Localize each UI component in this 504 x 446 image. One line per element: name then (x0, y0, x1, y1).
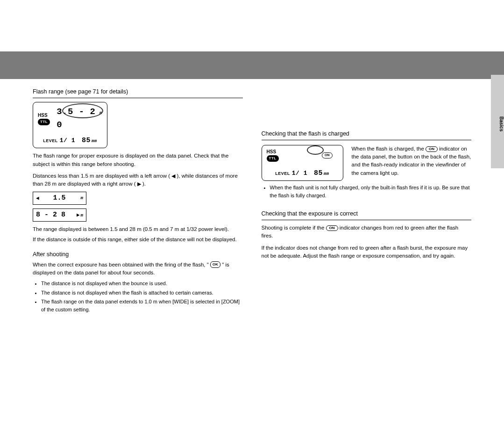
range-note-2: If the distance is outside of this range… (33, 236, 243, 244)
hss-label-2: HSS (267, 148, 277, 155)
ttl-badge: TTL (38, 119, 50, 125)
ok-badge: OK (210, 261, 220, 268)
after-shooting-heading: After shooting (33, 250, 243, 259)
lcd-zoom: 85 (82, 136, 91, 146)
charged-p1a: When the flash is charged, the (352, 146, 426, 151)
lcd-ratio-2: 1/ 1 (292, 169, 307, 178)
para2-a: Distances less than 1.5 m are displayed … (33, 173, 170, 179)
max-distance-value: 8 - 2 8 (36, 210, 65, 221)
ttl-badge-2: TTL (267, 155, 279, 162)
charged-bullet-1: When the flash unit is not fully charged… (270, 184, 472, 199)
header-band (0, 51, 504, 79)
range-bullet-3: The flash range on the data panel extend… (41, 298, 243, 313)
on-indicator-lcd: ON (322, 152, 333, 158)
range-bullet-1: The distance is not displayed when the b… (41, 280, 243, 288)
range-bullet-list: The distance is not displayed when the b… (33, 280, 243, 313)
side-tab-basics: Basics (491, 75, 504, 168)
lcd-min-distance: ◀ 1.5 m (33, 192, 86, 205)
lcd-level-label: LEVEL (43, 138, 58, 144)
lcd-ratio: 1/ 1 (60, 136, 75, 145)
min-distance-value: 1.5 (53, 193, 66, 204)
right-arrow-icon: ▶ (137, 181, 141, 187)
hss-label: HSS (38, 112, 48, 119)
charged-para: When the flash is charged, the ON indica… (352, 145, 472, 177)
right-column: Checking that the flash is charged HSS T… (252, 79, 481, 315)
after-p1a: When the correct exposure has been obtai… (33, 262, 209, 267)
lcd-level-label-2: LEVEL (275, 171, 290, 177)
flash-range-para2: Distances less than 1.5 m are displayed … (33, 172, 243, 188)
on-badge-inline-2: ON (326, 225, 338, 231)
range-bullet-2: The distance is not displayed when the f… (41, 289, 243, 297)
charged-heading: Checking that the flash is charged (262, 129, 472, 140)
range-note-1: The range displayed is between 1.5 and 2… (33, 225, 243, 233)
lcd-zoom-unit-2: mm (324, 171, 329, 178)
left-arrow-icon: ◀ (171, 173, 175, 179)
lcd-zoom-unit: mm (92, 138, 97, 145)
left-arrow-icon: ◀ (36, 194, 39, 202)
lcd-charged: HSS TTL ON LEVEL 1/ 1 85mm (262, 145, 343, 181)
left-column: Flash range (see page 71 for details) HS… (23, 79, 252, 315)
lcd-zoom-2: 85 (314, 168, 323, 179)
page-content: Flash range (see page 71 for details) HS… (0, 79, 504, 333)
exposure-para2: If the indicator does not change from re… (262, 244, 472, 260)
min-distance-unit: m (81, 195, 83, 202)
lcd-flash-range: HSS TTL 3.5 - 2 0 m LEVEL 1/ 1 85mm (33, 102, 107, 149)
flash-range-heading: Flash range (see page 71 for details) (33, 87, 243, 98)
exposure-p1a: Shooting is complete if the (262, 225, 326, 230)
max-distance-unit: m (81, 213, 83, 219)
on-badge-inline-1: ON (426, 146, 438, 152)
lcd-max-distance: 8 - 2 8 ▶m (33, 209, 86, 222)
exposure-para1: Shooting is complete if the ON indicator… (262, 224, 472, 240)
exposure-heading: Checking that the exposure is correct (262, 209, 472, 220)
side-tab-label: Basics (498, 112, 504, 131)
flash-range-para1: The flash range for proper exposure is d… (33, 152, 243, 168)
circle-highlight-range (62, 103, 103, 118)
para2-c: ). (142, 181, 146, 187)
charged-bullet-list: When the flash unit is not fully charged… (262, 184, 472, 199)
circle-highlight-on (307, 145, 324, 155)
after-shooting-para: When the correct exposure has been obtai… (33, 261, 243, 277)
right-arrow-icon: ▶ (77, 211, 80, 219)
